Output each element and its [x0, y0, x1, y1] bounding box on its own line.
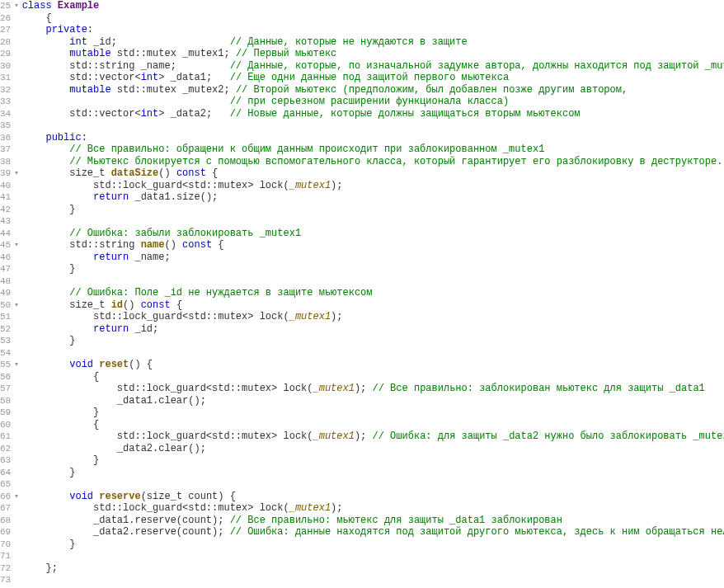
code-line[interactable]: size_t id() const { [22, 299, 724, 312]
code-line[interactable]: } [22, 407, 724, 419]
code-line[interactable]: _data1.clear(); [22, 395, 724, 407]
token-punct: std::mutex _mutex2; [111, 84, 236, 96]
token-punct [22, 228, 70, 239]
code-line[interactable]: // Мьютекс блокируется с помощью вспомог… [22, 156, 724, 168]
line-number: 61 [0, 430, 11, 443]
token-punct: std::mutex _mutex1; [111, 48, 236, 59]
token-punct: ); [331, 311, 342, 322]
token-punct [22, 191, 93, 203]
token-kw: return [93, 252, 129, 263]
token-punct: _data2.clear(); [22, 443, 206, 454]
code-line[interactable]: // Ошибка: забыли заблокировать _mutex1 [22, 228, 724, 240]
code-line[interactable]: class Example [22, 0, 724, 12]
code-line[interactable]: std::lock_guard<std::mutex> lock(_mutex1… [22, 430, 724, 443]
code-line[interactable]: _data2.clear(); [22, 443, 724, 455]
line-number: 27 [0, 24, 11, 36]
token-punct: _id; [129, 323, 158, 335]
code-line[interactable]: public: [22, 132, 724, 144]
token-comment: // при серьезном расширении функционала … [230, 96, 509, 107]
token-punct: _name; [129, 252, 170, 263]
code-line[interactable] [22, 120, 724, 132]
code-line[interactable]: } [22, 335, 724, 347]
token-func: dataSize [111, 167, 159, 179]
code-line[interactable]: _data2.reserve(count); // Ошибка: данные… [22, 526, 724, 539]
token-punct: } [22, 204, 76, 215]
token-comment: // Первый мьютекс [236, 48, 336, 59]
code-line[interactable] [22, 478, 724, 491]
line-number: 68 [0, 515, 11, 527]
code-line[interactable]: } [22, 454, 724, 467]
code-line[interactable]: int _id; // Данные, которые не нуждаются… [22, 36, 724, 49]
token-kw: mutable [69, 48, 110, 59]
token-punct: std::string _name; [22, 60, 230, 72]
code-line[interactable]: return _data1.size(); [22, 191, 724, 204]
token-punct: { [22, 12, 52, 24]
token-punct: ); [355, 383, 373, 394]
code-line[interactable] [22, 215, 724, 228]
code-line[interactable]: // Ошибка: Поле _id не нуждается в защит… [22, 287, 724, 299]
code-line[interactable]: size_t dataSize() const { [22, 167, 724, 180]
token-punct: } [22, 407, 100, 418]
code-line[interactable]: void reserve(size_t count) { [22, 491, 724, 503]
code-line[interactable] [22, 275, 724, 288]
line-number: 34 [0, 108, 11, 120]
code-line[interactable]: // при серьезном расширении функционала … [22, 96, 724, 108]
code-line[interactable]: return _id; [22, 323, 724, 336]
line-number: 26 [0, 12, 11, 25]
code-line[interactable]: std::lock_guard<std::mutex> lock(_mutex1… [22, 502, 724, 515]
code-line[interactable]: } [22, 204, 724, 216]
token-punct: } [22, 467, 76, 478]
token-punct: { [22, 419, 100, 430]
code-line[interactable]: std::vector<int> _data2; // Новые данные… [22, 108, 724, 120]
line-number: 29 [0, 48, 11, 60]
token-comment: // Мьютекс блокируется с помощью вспомог… [69, 156, 722, 167]
code-line[interactable]: std::lock_guard<std::mutex> lock(_mutex1… [22, 383, 724, 395]
token-punct [22, 96, 230, 107]
code-line[interactable]: mutable std::mutex _mutex1; // Первый мь… [22, 48, 724, 60]
token-comment: // Ошибка: забыли заблокировать _mutex1 [69, 228, 301, 239]
token-punct: () [123, 299, 141, 311]
line-number: 45 [0, 239, 11, 252]
line-number: 57 [0, 383, 11, 395]
line-number: 48 [0, 275, 11, 288]
code-line[interactable]: private: [22, 24, 724, 36]
code-line[interactable]: { [22, 12, 724, 25]
code-line[interactable]: std::vector<int> _data1; // Еще одни дан… [22, 72, 724, 84]
token-kw: return [93, 323, 129, 335]
code-line[interactable] [22, 550, 724, 562]
line-number: 72 [0, 562, 11, 575]
code-line[interactable] [22, 574, 724, 586]
code-line[interactable]: std::lock_guard<std::mutex> lock(_mutex1… [22, 311, 724, 323]
code-editor-content[interactable]: class Example { private: int _id; // Дан… [19, 0, 724, 588]
code-line[interactable]: _data1.reserve(count); // Все правильно:… [22, 515, 724, 527]
code-line[interactable]: } [22, 467, 724, 479]
line-number: 40 [0, 180, 11, 192]
code-line[interactable]: std::string name() const { [22, 239, 724, 252]
line-number-gutter: 2526272829303132333435363738394041424344… [0, 0, 14, 588]
code-line[interactable] [22, 347, 724, 360]
line-number: 38 [0, 156, 11, 168]
token-kw: int [141, 72, 159, 83]
code-line[interactable]: void reset() { [22, 359, 724, 371]
code-line[interactable]: { [22, 371, 724, 383]
line-number: 42 [0, 204, 11, 216]
token-comment: // Ошибка: для защиты _data2 нужно было … [373, 430, 724, 442]
code-line[interactable]: } [22, 263, 724, 275]
line-number: 60 [0, 419, 11, 431]
code-line[interactable]: // Все правильно: обращени к общим данны… [22, 143, 724, 156]
token-kw: const [176, 167, 206, 179]
code-line[interactable]: return _name; [22, 252, 724, 264]
code-line[interactable]: std::lock_guard<std::mutex> lock(_mutex1… [22, 180, 724, 192]
line-number: 55 [0, 359, 11, 371]
token-kw: class [22, 0, 58, 12]
code-line[interactable]: std::string _name; // Данные, которые, п… [22, 60, 724, 73]
code-line[interactable]: } [22, 539, 724, 551]
token-punct: std::string [22, 239, 141, 251]
code-line[interactable]: mutable std::mutex _mutex2; // Второй мь… [22, 84, 724, 96]
line-number: 63 [0, 454, 11, 467]
code-line[interactable]: }; [22, 562, 724, 575]
token-punct: () { [129, 359, 153, 370]
code-line[interactable]: { [22, 419, 724, 431]
token-param: _mutex1 [313, 383, 354, 394]
token-param: _mutex1 [289, 502, 331, 514]
